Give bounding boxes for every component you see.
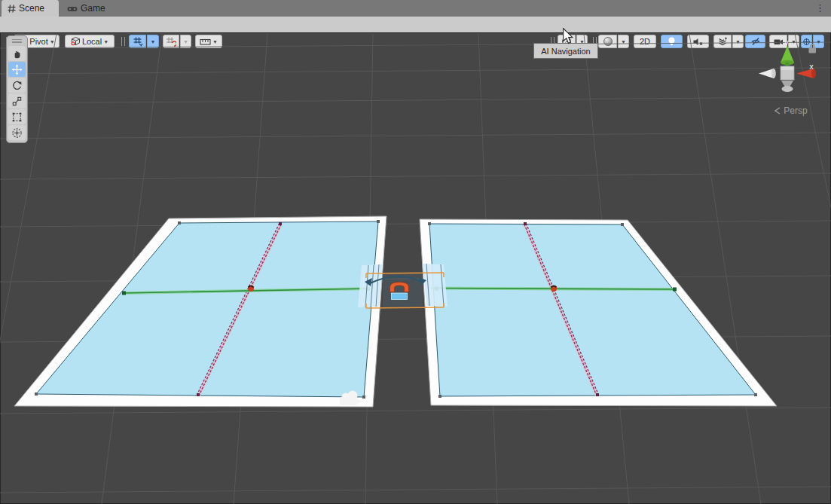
tab-bar: Scene Game ⋮: [0, 0, 831, 17]
tab-game-label: Game: [81, 3, 105, 14]
agent-marker-left: [248, 286, 254, 292]
link-end-area-right: [423, 264, 448, 307]
move-icon: [11, 64, 23, 75]
agent-marker-right: [551, 286, 557, 292]
axis-x-label: x: [809, 62, 814, 71]
axis-negy-cone-base: [782, 86, 793, 92]
tooltip: AI Navigation: [533, 43, 598, 59]
axis-y-cone[interactable]: [781, 46, 794, 63]
unity-editor-window: Scene Game ⋮ Pivot ▼: [0, 0, 831, 504]
rotate-tool[interactable]: [8, 78, 26, 93]
tooltip-text: AI Navigation: [541, 47, 590, 56]
tab-scene-label: Scene: [19, 3, 44, 14]
tab-scene[interactable]: Scene: [2, 0, 59, 17]
scene-toolbar: Pivot ▼ Local ▼: [0, 17, 831, 33]
kebab-menu-icon[interactable]: ⋮: [815, 1, 825, 16]
tab-game[interactable]: Game: [61, 0, 114, 17]
rotate-icon: [11, 80, 23, 91]
table-right[interactable]: [420, 219, 777, 406]
tool-palette: [6, 35, 28, 143]
rect-tool[interactable]: [8, 109, 26, 124]
move-tool[interactable]: [8, 62, 26, 77]
persp-chevron-icon: [774, 107, 781, 115]
view-hand-tool[interactable]: [8, 46, 26, 61]
scale-tool[interactable]: [8, 93, 26, 108]
axis-y-label: y: [784, 38, 789, 47]
lock-icon[interactable]: [809, 44, 817, 53]
orientation-gizmo[interactable]: y x: [759, 38, 816, 92]
gizmo-cube-top-face: [781, 67, 794, 71]
axis-negx-cone[interactable]: [759, 69, 774, 78]
scene-grid: [0, 34, 831, 504]
transform-tool[interactable]: [8, 125, 26, 140]
hand-icon: [11, 48, 23, 60]
scale-icon: [11, 96, 23, 107]
transform-icon: [11, 127, 23, 139]
gamepad-icon: [67, 5, 78, 13]
persp-label: Persp: [784, 105, 807, 116]
table-left[interactable]: [14, 216, 386, 407]
grid-icon: [8, 5, 16, 13]
navmesh-link[interactable]: [358, 264, 448, 308]
scene-viewport[interactable]: y x: [0, 33, 831, 504]
perspective-toggle[interactable]: Persp: [764, 105, 818, 116]
palette-drag-handle[interactable]: [7, 36, 27, 45]
axis-negx-cone-base: [771, 69, 776, 78]
rect-icon: [11, 111, 23, 123]
